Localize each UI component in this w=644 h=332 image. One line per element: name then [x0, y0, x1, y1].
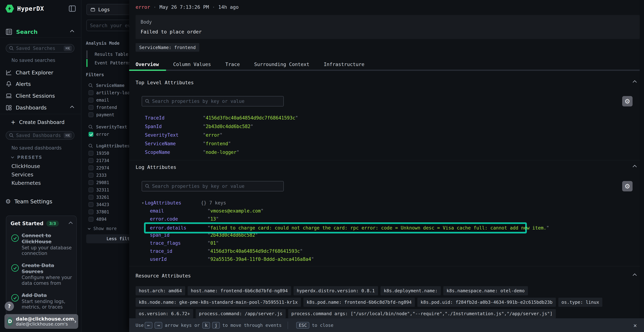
- filter-option[interactable]: 33261: [82, 194, 129, 201]
- attribute-row[interactable]: SeverityText error: [129, 131, 644, 139]
- sidebar-item-chart-explorer[interactable]: Chart Explorer: [5, 69, 76, 76]
- checkbox[interactable]: [88, 105, 94, 110]
- filter-option[interactable]: 19350: [82, 150, 129, 157]
- chevron-up-icon[interactable]: [69, 222, 73, 226]
- resource-badge[interactable]: process.command args: ["/usr/local/bin/n…: [288, 309, 556, 318]
- esc-key[interactable]: ESC: [296, 322, 309, 328]
- checkbox[interactable]: [88, 180, 94, 185]
- saved-searches-input[interactable]: Saved Searches ⌘K: [6, 44, 74, 52]
- filter-option[interactable]: email: [82, 96, 129, 104]
- top-level-search-input[interactable]: Search properties by key or value: [142, 96, 284, 106]
- resource-badge[interactable]: k8s.pod.name: frontend-6b6c8d7bfd-ng894: [304, 298, 415, 307]
- collapse-section-icon[interactable]: [633, 80, 637, 84]
- attribute-row[interactable]: ScopeName node-logger: [129, 148, 644, 156]
- tree-caret-icon[interactable]: ▾: [142, 201, 144, 205]
- event-search-input[interactable]: Search your ev: [86, 20, 129, 31]
- filter-option[interactable]: 22974: [82, 164, 129, 172]
- resource-badge[interactable]: k8s.node.name: gke-pme-k8s-standard-main…: [136, 298, 301, 307]
- checkbox[interactable]: [88, 151, 94, 156]
- collapse-sidebar-icon[interactable]: [68, 5, 76, 12]
- log-attributes-settings-button[interactable]: ⚙: [622, 181, 632, 192]
- k-key[interactable]: k: [202, 322, 210, 328]
- get-started-step[interactable]: Connect to ClickHouse Set up your databa…: [10, 232, 72, 256]
- preset-kubernetes[interactable]: Kubernetes: [12, 180, 41, 186]
- attribute-row[interactable]: error.code 13: [129, 215, 644, 223]
- sidebar-item-client-sessions[interactable]: Client Sessions: [5, 92, 76, 100]
- checkbox[interactable]: [88, 188, 94, 192]
- checkbox[interactable]: [88, 112, 94, 117]
- filter-option[interactable]: 37801: [82, 208, 129, 216]
- user-menu[interactable]: D dale@clickhouse.com dale@clickhouse.co…: [4, 314, 78, 329]
- filter-option[interactable]: 2333: [82, 172, 129, 179]
- tab-infrastructure[interactable]: Infrastructure: [317, 59, 372, 70]
- tab-surrounding-context[interactable]: Surrounding Context: [247, 59, 317, 70]
- resource-badge[interactable]: k8s.namespace.name: otel-demo: [443, 286, 528, 295]
- checkbox-checked[interactable]: [88, 132, 94, 137]
- sidebar-section-search[interactable]: Search: [5, 28, 76, 36]
- highlighted-attribute-row-error-details[interactable]: error.details failed to charge card: cou…: [144, 222, 527, 234]
- help-button[interactable]: ?: [5, 302, 14, 311]
- preset-services[interactable]: Services: [12, 172, 33, 178]
- resource-badge[interactable]: hyperdx.distro.version: 0.8.1: [294, 286, 378, 295]
- sidebar-item-team-settings[interactable]: ⚙ Team Settings: [5, 198, 76, 205]
- checkbox[interactable]: [88, 173, 94, 178]
- checkbox[interactable]: [88, 217, 94, 222]
- close-icon[interactable]: ✕: [634, 322, 637, 329]
- tab-overview[interactable]: Overview: [129, 59, 166, 70]
- attribute-row[interactable]: trace_id 4156d3fbc40a64854d9dc7f68641593…: [129, 247, 644, 255]
- sidebar-item-alerts[interactable]: Alerts: [5, 80, 76, 88]
- checkbox[interactable]: [88, 98, 94, 102]
- resource-badge[interactable]: os.version: 6.6.72+: [136, 309, 193, 318]
- attribute-row[interactable]: SpanId 2b43d0c4dd6bc582: [129, 122, 644, 131]
- get-started-step[interactable]: Create Data Sources Configure where your…: [10, 262, 72, 286]
- analysis-mode-event-patterns[interactable]: Event Patterns: [82, 59, 129, 67]
- filter-option[interactable]: frontend: [82, 104, 129, 111]
- filter-option[interactable]: 32311: [82, 186, 129, 194]
- attribute-row[interactable]: ServiceName frontend: [129, 139, 644, 148]
- attribute-row[interactable]: email vmoses@example.com: [129, 207, 644, 215]
- attribute-row[interactable]: TraceId 4156d3fbc40a64854d9dc7f68641593c: [129, 114, 644, 122]
- attribute-row[interactable]: userId 92a55156-39a4-11f0-8ddd-a2eca416a…: [129, 255, 644, 263]
- scrollbar-gutter[interactable]: [640, 0, 644, 318]
- create-dashboard-button[interactable]: + Create Dashboard: [11, 119, 64, 126]
- tab-trace[interactable]: Trace: [218, 59, 247, 70]
- top-level-settings-button[interactable]: ⚙: [622, 96, 632, 106]
- log-attributes-root-row[interactable]: ▾ LogAttributes {} 7 keys: [129, 199, 644, 207]
- resource-badge[interactable]: host.arch: amd64: [136, 286, 185, 295]
- filter-option[interactable]: 4894: [82, 216, 129, 223]
- filter-option[interactable]: artillery-loa: [82, 89, 129, 96]
- filter-group-servicename[interactable]: ServiceName: [82, 82, 129, 89]
- left-arrow-key[interactable]: ←: [145, 322, 152, 328]
- collapse-section-icon[interactable]: [633, 274, 637, 278]
- source-select-button[interactable]: Logs: [86, 4, 129, 15]
- checkbox[interactable]: [88, 195, 94, 200]
- filter-option[interactable]: payment: [82, 111, 129, 118]
- resource-badge[interactable]: host.name: frontend-6b6c8d7bfd-ng894: [188, 286, 291, 295]
- checkbox[interactable]: [88, 158, 94, 163]
- checkbox[interactable]: [88, 166, 94, 170]
- less-filters-button[interactable]: Less filters: [86, 234, 129, 243]
- log-attributes-search-input[interactable]: Search properties by key or value: [142, 181, 284, 192]
- filter-option[interactable]: 34423: [82, 201, 129, 208]
- presets-toggle[interactable]: PRESETS: [12, 155, 42, 160]
- filter-option[interactable]: 29081: [82, 179, 129, 186]
- right-arrow-key[interactable]: →: [154, 322, 162, 328]
- attribute-row[interactable]: trace_flags 01: [129, 239, 644, 247]
- checkbox[interactable]: [88, 202, 94, 207]
- resource-badge[interactable]: k8s.deployment.name:: [380, 286, 441, 295]
- sidebar-section-dashboards[interactable]: Dashboards: [5, 104, 76, 112]
- filter-option[interactable]: 21734: [82, 157, 129, 164]
- checkbox[interactable]: [88, 90, 94, 95]
- filter-group-severitytext[interactable]: SeverityText: [82, 124, 129, 130]
- filter-option-error[interactable]: error: [82, 130, 129, 138]
- saved-dashboards-input[interactable]: Saved Dashboards ⌘K: [6, 131, 74, 140]
- get-started-step[interactable]: Add Data Start sending logs, metrics, or…: [10, 292, 72, 310]
- checkbox[interactable]: [88, 210, 94, 214]
- resource-badge[interactable]: process.command: /app/server.js: [196, 309, 286, 318]
- filter-group-logattributes[interactable]: LogAttributes: [82, 142, 129, 150]
- collapse-section-icon[interactable]: [633, 165, 637, 169]
- preset-clickhouse[interactable]: ClickHouse: [12, 163, 40, 169]
- show-more-button[interactable]: Show more: [82, 226, 129, 231]
- j-key[interactable]: j: [212, 322, 220, 328]
- resource-badge[interactable]: os.type: linux: [558, 298, 602, 307]
